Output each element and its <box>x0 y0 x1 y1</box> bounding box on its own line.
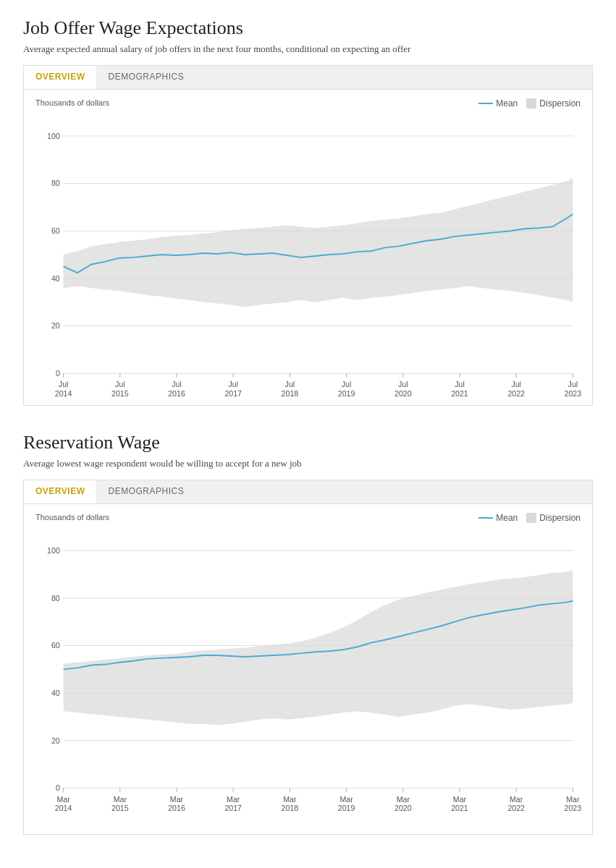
svg-text:Jul: Jul <box>115 380 125 388</box>
svg-text:Mar: Mar <box>566 795 580 804</box>
svg-text:2020: 2020 <box>395 804 412 812</box>
svg-text:60: 60 <box>51 641 60 650</box>
svg-text:80: 80 <box>51 594 60 603</box>
chart2-svg: 0 20 40 60 80 100 Mar 2014 Mar 2015 Mar … <box>35 524 581 828</box>
svg-text:2016: 2016 <box>168 389 185 398</box>
svg-text:Jul: Jul <box>172 380 182 388</box>
chart1-chart-area: Thousands of dollars Mean Dispersion 0 <box>24 90 592 405</box>
chart2-legend-box <box>526 513 536 523</box>
svg-text:100: 100 <box>47 546 60 555</box>
svg-text:2022: 2022 <box>507 804 525 812</box>
svg-text:40: 40 <box>51 274 60 283</box>
chart1-section: Job Offer Wage Expectations Average expe… <box>23 17 593 406</box>
chart2-legend-mean: Mean <box>478 513 518 523</box>
svg-text:Mar: Mar <box>114 795 127 804</box>
svg-text:Jul: Jul <box>511 380 521 388</box>
chart2-chart-area: Thousands of dollars Mean Dispersion 0 <box>24 504 592 834</box>
svg-text:Jul: Jul <box>285 380 295 388</box>
svg-text:Jul: Jul <box>455 380 465 388</box>
svg-text:2022: 2022 <box>507 389 525 398</box>
svg-text:Mar: Mar <box>510 795 523 804</box>
svg-text:0: 0 <box>56 369 60 378</box>
chart1-svg: 0 20 40 60 80 100 Jul <box>35 110 581 399</box>
chart2-tab-overview[interactable]: OVERVIEW <box>24 480 96 503</box>
svg-text:Jul: Jul <box>568 380 578 388</box>
svg-text:Jul: Jul <box>228 380 238 388</box>
svg-text:Mar: Mar <box>339 795 353 804</box>
svg-text:20: 20 <box>51 321 60 330</box>
chart1-dispersion-area <box>64 178 573 307</box>
chart1-legend-dispersion: Dispersion <box>526 98 581 109</box>
chart1-container: OVERVIEW DEMOGRAPHICS Thousands of dolla… <box>23 65 593 406</box>
svg-text:2015: 2015 <box>111 389 129 398</box>
svg-text:Mar: Mar <box>227 795 240 804</box>
chart2-title: Reservation Wage <box>23 432 593 454</box>
svg-text:Mar: Mar <box>283 795 297 804</box>
chart1-tab-demographics[interactable]: DEMOGRAPHICS <box>96 66 195 89</box>
chart1-title: Job Offer Wage Expectations <box>23 17 593 39</box>
svg-text:Mar: Mar <box>397 795 410 804</box>
chart1-tabs: OVERVIEW DEMOGRAPHICS <box>24 66 592 90</box>
svg-text:2014: 2014 <box>55 389 72 398</box>
svg-text:2017: 2017 <box>224 804 242 812</box>
svg-text:2023: 2023 <box>565 804 582 812</box>
chart1-legend-box <box>526 98 536 109</box>
chart2-section: Reservation Wage Average lowest wage res… <box>23 432 593 835</box>
svg-text:Jul: Jul <box>398 380 408 388</box>
svg-text:Mar: Mar <box>170 795 184 804</box>
svg-text:Jul: Jul <box>342 380 352 388</box>
chart2-subtitle: Average lowest wage respondent would be … <box>23 458 593 469</box>
chart2-container: OVERVIEW DEMOGRAPHICS Thousands of dolla… <box>23 480 593 835</box>
chart1-legend-line <box>478 103 493 104</box>
svg-text:60: 60 <box>51 226 60 235</box>
chart1-legend: Mean Dispersion <box>478 98 581 109</box>
svg-text:Mar: Mar <box>56 795 70 804</box>
svg-text:2021: 2021 <box>451 804 468 812</box>
svg-text:2021: 2021 <box>451 389 468 398</box>
chart2-legend-line <box>478 517 493 519</box>
svg-text:2016: 2016 <box>168 804 185 812</box>
svg-text:2018: 2018 <box>282 389 299 398</box>
svg-text:20: 20 <box>51 736 60 745</box>
chart2-legend-dispersion-label: Dispersion <box>539 513 581 523</box>
chart2-legend: Mean Dispersion <box>478 513 581 523</box>
svg-text:80: 80 <box>51 179 60 187</box>
svg-text:2015: 2015 <box>111 804 129 812</box>
chart2-legend-mean-label: Mean <box>496 513 518 523</box>
svg-text:Mar: Mar <box>453 795 467 804</box>
svg-text:2019: 2019 <box>338 389 355 398</box>
svg-text:2014: 2014 <box>55 804 72 812</box>
chart1-tab-overview[interactable]: OVERVIEW <box>24 66 96 89</box>
svg-text:2020: 2020 <box>395 389 412 398</box>
svg-text:Jul: Jul <box>59 380 69 388</box>
chart1-subtitle: Average expected annual salary of job of… <box>23 43 593 55</box>
chart2-tab-demographics[interactable]: DEMOGRAPHICS <box>96 480 195 503</box>
svg-text:40: 40 <box>51 689 60 697</box>
svg-text:100: 100 <box>47 132 60 140</box>
svg-text:2019: 2019 <box>338 804 355 812</box>
svg-text:2017: 2017 <box>224 389 242 398</box>
chart1-legend-dispersion-label: Dispersion <box>539 98 581 109</box>
svg-text:0: 0 <box>56 783 60 792</box>
chart1-legend-mean-label: Mean <box>496 98 518 109</box>
chart2-tabs: OVERVIEW DEMOGRAPHICS <box>24 480 592 504</box>
chart2-legend-dispersion: Dispersion <box>526 513 581 523</box>
chart2-dispersion-area <box>64 570 573 725</box>
chart1-legend-mean: Mean <box>478 98 518 109</box>
svg-text:2018: 2018 <box>282 804 299 812</box>
svg-text:2023: 2023 <box>565 389 582 398</box>
